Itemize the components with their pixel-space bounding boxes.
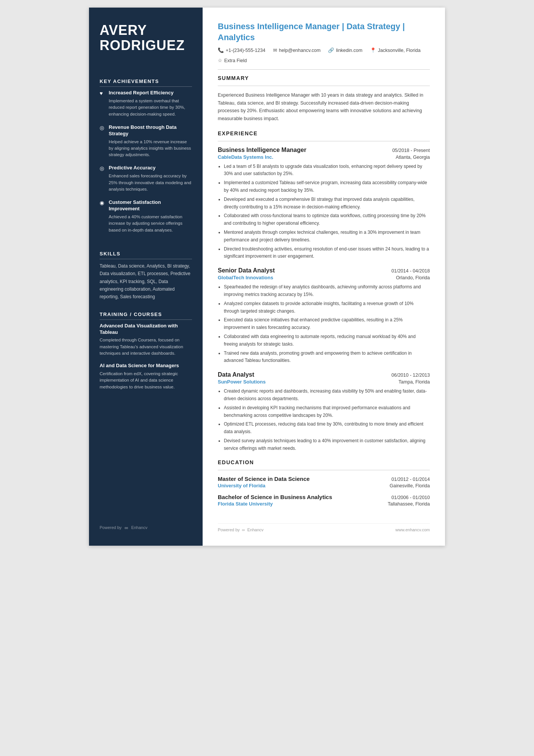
- job-location: Atlanta, Georgia: [396, 155, 430, 160]
- course-item: Advanced Data Visualization with Tableau…: [100, 323, 192, 357]
- job-bullets: Led a team of 5 BI analysts to upgrade d…: [224, 163, 430, 261]
- job-location: Orlando, Florida: [396, 275, 430, 280]
- achievement-desc: Achieved a 40% customer satisfaction inc…: [109, 214, 192, 233]
- star-icon: ☆: [218, 58, 222, 63]
- brand-label: Enhancv: [131, 525, 147, 530]
- job-location: Tampa, Florida: [398, 379, 430, 385]
- job-title: Data Analyst: [218, 371, 254, 378]
- degree-title: Bachelor of Science in Business Analytic…: [218, 494, 332, 500]
- contact-phone: 📞 +1-(234)-555-1234: [218, 47, 265, 53]
- education-heading: EDUCATION: [218, 459, 430, 465]
- company-name: CableData Systems Inc.: [218, 154, 273, 160]
- achievement-title: Predictive Accuracy: [109, 165, 156, 171]
- logo-icon: ∞: [242, 527, 245, 532]
- education-entry: Master of Science in Data Science 01/201…: [218, 476, 430, 494]
- contact-extra: ☆ Extra Field: [218, 58, 247, 63]
- summary-heading: SUMMARY: [218, 75, 430, 81]
- email-icon: ✉: [273, 47, 277, 53]
- achievement-desc: Helped achieve a 10% revenue increase by…: [109, 139, 192, 158]
- experience-heading: EXPERIENCE: [218, 130, 430, 136]
- achievement-item: ◎ Predictive Accuracy Enhanced sales for…: [100, 165, 192, 193]
- job-entry: Senior Data Analyst 01/2014 - 04/2018 Gl…: [218, 267, 430, 371]
- course-title: Advanced Data Visualization with Tableau: [100, 323, 192, 336]
- contact-location: 📍 Jacksonville, Florida: [370, 47, 421, 53]
- email-text: help@enhancv.com: [279, 48, 321, 53]
- bullet-item: Analyzed complex datasets to provide act…: [224, 300, 430, 315]
- professional-title: Business Intelligence Manager | Data Str…: [218, 21, 430, 43]
- divider: [218, 86, 430, 86]
- course-title: AI and Data Science for Managers: [100, 363, 192, 369]
- company-name: GlobalTech Innovations: [218, 275, 273, 280]
- bullet-item: Trained new data analysts, promoting gro…: [224, 350, 430, 365]
- pin-icon: ◉: [100, 200, 106, 206]
- bullet-item: Implemented a customized Tableau self-se…: [224, 179, 430, 194]
- linkedin-icon: 🔗: [328, 47, 334, 53]
- bullet-item: Led a team of 5 BI analysts to upgrade d…: [224, 163, 430, 178]
- footer-website: www.enhancv.com: [395, 527, 430, 532]
- job-dates: 01/2014 - 04/2018: [392, 268, 430, 274]
- summary-text: Experienced Business Intelligence Manage…: [218, 91, 430, 123]
- course-item: AI and Data Science for Managers Certifi…: [100, 363, 192, 390]
- achievements-heading: KEY ACHIEVEMENTS: [100, 78, 192, 87]
- bullet-item: Executed data science initiatives that e…: [224, 316, 430, 332]
- bullet-item: Developed and executed a comprehensive B…: [224, 196, 430, 211]
- phone-icon: 📞: [218, 47, 224, 53]
- achievement-item: ◎ Revenue Boost through Data Strategy He…: [100, 124, 192, 158]
- school-name: University of Florida: [218, 483, 265, 488]
- location-text: Jacksonville, Florida: [378, 48, 421, 53]
- achievement-title: Revenue Boost through Data Strategy: [109, 124, 192, 137]
- company-name: SunPower Solutions: [218, 379, 265, 385]
- circle-icon: ◎: [100, 125, 106, 131]
- degree-title: Master of Science in Data Science: [218, 476, 310, 482]
- bullet-item: Spearheaded the redesign of key analytic…: [224, 283, 430, 299]
- extra-text: Extra Field: [224, 58, 247, 63]
- main-content: Business Intelligence Manager | Data Str…: [203, 8, 445, 546]
- bullet-item: Devised survey analysis techniques leadi…: [224, 437, 430, 452]
- bullet-item: Optimized ETL processes, reducing data l…: [224, 421, 430, 436]
- bullet-item: Collaborated with cross-functional teams…: [224, 212, 430, 227]
- training-heading: TRAINING / COURSES: [100, 311, 192, 320]
- course-desc: Completed through Coursera, focused on m…: [100, 337, 192, 357]
- heart-icon: ♥: [100, 90, 106, 96]
- job-title: Business Intelligence Manager: [218, 147, 306, 153]
- achievement-title: Increased Report Efficiency: [109, 90, 173, 96]
- achievement-item: ◉ Customer Satisfaction Improvement Achi…: [100, 199, 192, 233]
- footer-powered: Powered by ∞ Enhancv: [218, 527, 264, 532]
- bullet-item: Created dynamic reports and dashboards, …: [224, 388, 430, 403]
- candidate-name: AVERY RODRIGUEZ: [100, 23, 192, 53]
- edu-dates: 01/2012 - 01/2014: [392, 477, 430, 482]
- skills-heading: SKILLS: [100, 251, 192, 259]
- edu-location: Tallahassee, Florida: [388, 501, 430, 507]
- bullet-item: Directed troubleshooting activities, ens…: [224, 246, 430, 261]
- job-dates: 06/2010 - 12/2013: [392, 373, 430, 378]
- bullet-item: Mentored analysts through complex techni…: [224, 229, 430, 244]
- resume-container: AVERY RODRIGUEZ KEY ACHIEVEMENTS ♥ Incre…: [89, 8, 445, 546]
- sidebar: AVERY RODRIGUEZ KEY ACHIEVEMENTS ♥ Incre…: [89, 8, 203, 546]
- edu-dates: 01/2006 - 01/2010: [392, 495, 430, 500]
- achievements-list: ♥ Increased Report Efficiency Implemente…: [100, 90, 192, 240]
- powered-by-label: Powered by: [100, 525, 122, 530]
- job-entry: Business Intelligence Manager 05/2018 - …: [218, 147, 430, 268]
- contact-email: ✉ help@enhancv.com: [273, 47, 321, 53]
- sidebar-footer: Powered by ∞ Enhancv: [100, 513, 192, 531]
- job-entry: Data Analyst 06/2010 - 12/2013 SunPower …: [218, 371, 430, 459]
- job-bullets: Created dynamic reports and dashboards, …: [224, 388, 430, 452]
- job-dates: 05/2018 - Present: [392, 148, 430, 153]
- course-desc: Certification from edX, covering strateg…: [100, 371, 192, 390]
- job-title: Senior Data Analyst: [218, 267, 275, 274]
- job-bullets: Spearheaded the redesign of key analytic…: [224, 283, 430, 365]
- skills-text: Tableau, Data science, Analytics, BI str…: [100, 262, 192, 301]
- edu-location: Gainesville, Florida: [390, 483, 430, 488]
- bullet-item: Assisted in developing KPI tracking mech…: [224, 404, 430, 419]
- divider: [218, 141, 430, 141]
- achievement-title: Customer Satisfaction Improvement: [109, 199, 192, 212]
- contact-info: 📞 +1-(234)-555-1234 ✉ help@enhancv.com 🔗…: [218, 47, 430, 63]
- achievement-desc: Enhanced sales forecasting accuracy by 2…: [109, 173, 192, 193]
- location-icon: 📍: [370, 47, 376, 53]
- divider: [218, 470, 430, 470]
- school-name: Florida State University: [218, 501, 273, 507]
- courses-list: Advanced Data Visualization with Tableau…: [100, 323, 192, 396]
- linkedin-text: linkedin.com: [336, 48, 362, 53]
- brand-name: Enhancv: [247, 527, 264, 532]
- main-footer: Powered by ∞ Enhancv www.enhancv.com: [218, 523, 430, 532]
